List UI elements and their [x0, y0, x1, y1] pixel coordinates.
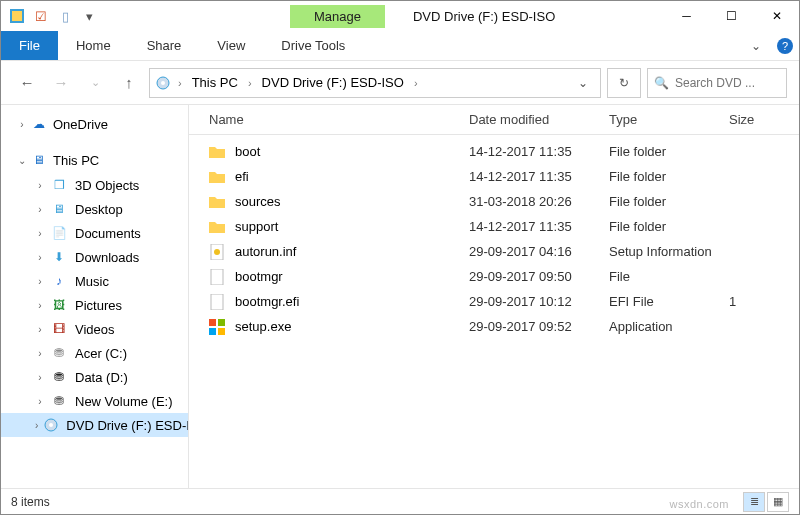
nav-item-label: 3D Objects: [75, 178, 139, 193]
nav-onedrive[interactable]: › ☁ OneDrive: [1, 111, 188, 137]
search-input[interactable]: [675, 76, 780, 90]
close-button[interactable]: ✕: [754, 1, 799, 31]
svg-rect-9: [211, 294, 223, 310]
nav-item-label: Documents: [75, 226, 141, 241]
properties-icon[interactable]: ☑: [33, 8, 49, 24]
help-icon: ?: [777, 38, 793, 54]
address-breadcrumb[interactable]: › This PC › DVD Drive (F:) ESD-ISO › ⌄: [149, 68, 601, 98]
nav-item[interactable]: ›❒3D Objects: [1, 173, 188, 197]
svg-point-3: [161, 81, 165, 85]
expand-icon[interactable]: ›: [35, 324, 45, 335]
refresh-button[interactable]: ↻: [607, 68, 641, 98]
nav-item[interactable]: ›🎞Videos: [1, 317, 188, 341]
file-row[interactable]: support14-12-2017 11:35File folder: [189, 214, 799, 239]
file-row[interactable]: efi14-12-2017 11:35File folder: [189, 164, 799, 189]
collapse-icon[interactable]: ⌄: [17, 155, 27, 166]
nav-recent-dropdown[interactable]: ⌄: [81, 69, 109, 97]
address-dropdown-icon[interactable]: ⌄: [570, 76, 596, 90]
file-type: Setup Information: [609, 244, 729, 259]
nav-item-label: Acer (C:): [75, 346, 127, 361]
expand-icon[interactable]: ›: [35, 300, 45, 311]
chevron-right-icon[interactable]: ›: [176, 77, 184, 89]
nav-label: OneDrive: [53, 117, 108, 132]
nav-item-label: Music: [75, 274, 109, 289]
crumb-dvd-drive[interactable]: DVD Drive (F:) ESD-ISO: [258, 73, 408, 92]
tab-share[interactable]: Share: [129, 31, 200, 60]
watermark: wsxdn.com: [669, 498, 729, 510]
chevron-right-icon[interactable]: ›: [246, 77, 254, 89]
tab-view[interactable]: View: [199, 31, 263, 60]
nav-item[interactable]: ›⛃Acer (C:): [1, 341, 188, 365]
nav-item[interactable]: ›⬇Downloads: [1, 245, 188, 269]
file-type: File folder: [609, 219, 729, 234]
expand-icon[interactable]: ›: [35, 228, 45, 239]
nav-item[interactable]: ›🖥Desktop: [1, 197, 188, 221]
music-icon: ♪: [51, 273, 67, 289]
file-row[interactable]: bootmgr.efi29-09-2017 10:12EFI File1: [189, 289, 799, 314]
expand-icon[interactable]: ›: [35, 252, 45, 263]
file-row[interactable]: boot14-12-2017 11:35File folder: [189, 139, 799, 164]
file-name: sources: [235, 194, 281, 209]
file-tab[interactable]: File: [1, 31, 58, 60]
file-date: 14-12-2017 11:35: [469, 144, 609, 159]
expand-icon[interactable]: ›: [35, 204, 45, 215]
column-size[interactable]: Size: [729, 112, 799, 127]
expand-icon[interactable]: ›: [35, 348, 45, 359]
navigation-pane[interactable]: › ☁ OneDrive ⌄ 🖥 This PC ›❒3D Objects›🖥D…: [1, 105, 189, 488]
nav-item[interactable]: ›📄Documents: [1, 221, 188, 245]
nav-item[interactable]: ›⛃New Volume (E:): [1, 389, 188, 413]
file-size: 1: [729, 294, 799, 309]
column-type[interactable]: Type: [609, 112, 729, 127]
status-bar: 8 items wsxdn.com ≣ ▦: [1, 488, 799, 514]
file-row[interactable]: setup.exe29-09-2017 09:52Application: [189, 314, 799, 339]
nav-item[interactable]: ›DVD Drive (F:) ESD-ISO: [1, 413, 188, 437]
file-type: EFI File: [609, 294, 729, 309]
window-title: DVD Drive (F:) ESD-ISO: [413, 9, 555, 24]
minimize-button[interactable]: ─: [664, 1, 709, 31]
help-button[interactable]: ?: [771, 31, 799, 60]
maximize-button[interactable]: ☐: [709, 1, 754, 31]
tab-home[interactable]: Home: [58, 31, 129, 60]
nav-item[interactable]: ›♪Music: [1, 269, 188, 293]
expand-icon[interactable]: ›: [35, 276, 45, 287]
search-box[interactable]: 🔍: [647, 68, 787, 98]
expand-icon[interactable]: ›: [35, 180, 45, 191]
nav-this-pc[interactable]: ⌄ 🖥 This PC: [1, 147, 188, 173]
nav-up-button[interactable]: ↑: [115, 69, 143, 97]
status-text: 8 items: [11, 495, 50, 509]
file-type: File folder: [609, 144, 729, 159]
column-name[interactable]: Name: [189, 112, 469, 127]
file-row[interactable]: autorun.inf29-09-2017 04:16Setup Informa…: [189, 239, 799, 264]
column-date[interactable]: Date modified: [469, 112, 609, 127]
view-large-icons-button[interactable]: ▦: [767, 492, 789, 512]
file-row[interactable]: bootmgr29-09-2017 09:50File: [189, 264, 799, 289]
view-details-button[interactable]: ≣: [743, 492, 765, 512]
expand-icon[interactable]: ›: [35, 396, 45, 407]
contextual-tab-manage[interactable]: Manage: [290, 5, 385, 28]
folder-icon: [209, 144, 225, 160]
nav-back-button[interactable]: ←: [13, 69, 41, 97]
chevron-right-icon[interactable]: ›: [412, 77, 420, 89]
file-row[interactable]: sources31-03-2018 20:26File folder: [189, 189, 799, 214]
nav-item[interactable]: ›⛃Data (D:): [1, 365, 188, 389]
nav-item[interactable]: ›🖼Pictures: [1, 293, 188, 317]
address-bar-row: ← → ⌄ ↑ › This PC › DVD Drive (F:) ESD-I…: [1, 61, 799, 105]
nav-forward-button[interactable]: →: [47, 69, 75, 97]
search-icon: 🔍: [654, 76, 669, 90]
file-type: Application: [609, 319, 729, 334]
file-name: support: [235, 219, 278, 234]
ribbon-collapse-icon[interactable]: ⌄: [741, 31, 771, 60]
file-icon: [209, 294, 225, 310]
file-list[interactable]: boot14-12-2017 11:35File folderefi14-12-…: [189, 135, 799, 488]
expand-icon[interactable]: ›: [35, 420, 38, 431]
expand-icon[interactable]: ›: [17, 119, 27, 130]
crumb-this-pc[interactable]: This PC: [188, 73, 242, 92]
tab-drive-tools[interactable]: Drive Tools: [263, 31, 363, 60]
qat-dropdown-icon[interactable]: ▾: [81, 8, 97, 24]
drive-icon: ⛃: [51, 369, 67, 385]
new-folder-icon[interactable]: ▯: [57, 8, 73, 24]
nav-item-label: New Volume (E:): [75, 394, 173, 409]
app-icon: [9, 8, 25, 24]
expand-icon[interactable]: ›: [35, 372, 45, 383]
drive-icon: ⛃: [51, 345, 67, 361]
